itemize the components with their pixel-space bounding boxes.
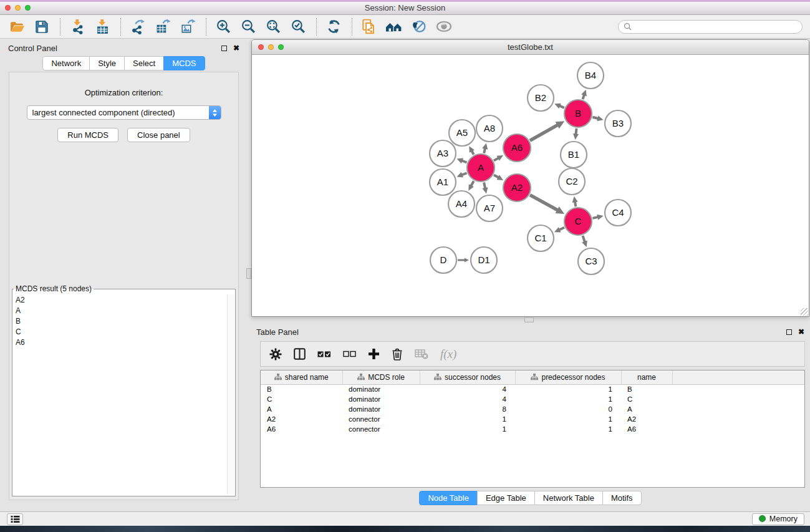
zoom-fit-icon[interactable] (264, 17, 282, 36)
table-settings-icon[interactable] (269, 348, 282, 360)
table-cell[interactable]: 1 (515, 424, 621, 434)
select-all-columns-icon[interactable] (317, 351, 331, 358)
table-cell[interactable]: 1 (515, 414, 621, 424)
zoom-in-icon[interactable] (214, 17, 233, 36)
table-row[interactable]: Cdominator41C (261, 394, 804, 404)
graph-node-C4[interactable]: C4 (605, 200, 631, 226)
memory-button[interactable]: Memory (752, 513, 804, 525)
graph-node-C1[interactable]: C1 (528, 225, 554, 251)
table-cell[interactable]: dominator (342, 394, 420, 404)
delete-columns-icon[interactable] (415, 349, 428, 359)
graph-node-B2[interactable]: B2 (528, 85, 554, 111)
graph-edge-A-A6[interactable] (494, 155, 503, 161)
mcds-result-item[interactable]: A (13, 305, 226, 316)
graph-node-A3[interactable]: A3 (430, 140, 456, 167)
function-builder-icon[interactable]: f(x) (440, 347, 456, 361)
show-panels-list-button[interactable] (7, 513, 23, 525)
table-cell[interactable]: A (621, 404, 672, 414)
graph-edge-C-C3[interactable] (582, 236, 587, 247)
mcds-result-list[interactable]: A2ABCA6 (13, 294, 226, 495)
graph-node-B[interactable]: B (564, 100, 592, 127)
table-tab-network-table[interactable]: Network Table (534, 491, 603, 505)
export-network-icon[interactable] (128, 17, 147, 36)
table-row[interactable]: A6connector11A6 (261, 424, 804, 434)
graph-edge-A-A7[interactable] (482, 183, 488, 194)
tab-style[interactable]: Style (89, 56, 125, 70)
table-cell[interactable]: dominator (342, 404, 420, 414)
graph-edge-B-B3[interactable] (592, 115, 603, 121)
table-cell[interactable]: 1 (515, 394, 621, 404)
table-cell[interactable]: connector (342, 414, 420, 424)
unselect-all-columns-icon[interactable] (343, 351, 356, 357)
tab-mcds[interactable]: MCDS (163, 56, 205, 70)
show-all-icon[interactable] (435, 17, 453, 36)
save-session-icon[interactable] (32, 17, 51, 36)
graph-edge-A-A2[interactable] (494, 175, 503, 180)
search-field[interactable] (618, 20, 803, 34)
table-cell[interactable]: C (621, 394, 672, 404)
result-scrollbar[interactable] (227, 294, 234, 495)
import-table-from-file-icon[interactable] (93, 17, 112, 36)
column-header-name[interactable]: name (621, 370, 672, 384)
table-tab-motifs[interactable]: Motifs (602, 491, 642, 505)
graph-edge-A2-C[interactable] (530, 195, 564, 214)
add-row-icon[interactable] (368, 348, 380, 360)
panel-divider-grip[interactable] (246, 268, 251, 279)
tab-network[interactable]: Network (42, 56, 90, 70)
show-columns-icon[interactable] (294, 348, 306, 360)
export-table-icon[interactable] (153, 17, 172, 36)
table-cell[interactable]: A6 (261, 424, 342, 434)
close-table-panel-icon[interactable]: ✖ (798, 328, 804, 336)
graph-edge-A-A8[interactable] (482, 143, 488, 153)
graph-node-A7[interactable]: A7 (476, 195, 503, 221)
graph-edge-D-D1[interactable] (458, 258, 469, 263)
graph-edge-C-C4[interactable] (592, 215, 603, 220)
network-window-titlebar[interactable]: testGlobe.txt (252, 40, 809, 55)
column-header-predecessor-nodes[interactable]: predecessor nodes (515, 370, 621, 384)
close-panel-icon[interactable]: ✖ (233, 44, 239, 52)
graph-node-A1[interactable]: A1 (430, 169, 456, 195)
optimization-criterion-select[interactable]: largest connected component (directed) (27, 105, 221, 120)
table-cell[interactable]: B (261, 384, 342, 394)
table-cell[interactable]: dominator (342, 384, 420, 394)
delete-rows-icon[interactable] (392, 348, 403, 360)
table-cell[interactable]: 1 (420, 414, 515, 424)
graph-node-B1[interactable]: B1 (561, 142, 587, 168)
window-resize-grip[interactable] (801, 308, 808, 316)
column-header-MCDS-role[interactable]: MCDS role (342, 370, 420, 384)
graph-edge-C-C1[interactable] (554, 227, 564, 232)
table-cell[interactable]: 4 (420, 394, 515, 404)
table-cell[interactable]: 1 (420, 424, 515, 434)
column-header-shared-name[interactable]: shared name (261, 370, 342, 384)
horizontal-divider-grip[interactable] (524, 317, 534, 322)
table-cell[interactable]: B (621, 384, 672, 394)
table-tab-node-table[interactable]: Node Table (419, 491, 478, 505)
graph-node-D[interactable]: D (430, 247, 456, 273)
graph-edge-B-B2[interactable] (554, 104, 564, 109)
table-cell[interactable]: C (261, 394, 342, 404)
graph-node-D1[interactable]: D1 (471, 247, 497, 273)
graph-node-A2[interactable]: A2 (503, 174, 531, 201)
table-cell[interactable]: A2 (621, 414, 672, 424)
graph-edge-A6-B[interactable] (530, 121, 564, 140)
open-session-icon[interactable] (7, 17, 26, 36)
table-row[interactable]: Adominator80A (261, 404, 804, 414)
table-cell[interactable]: connector (342, 424, 420, 434)
graph-node-B4[interactable]: B4 (577, 62, 604, 89)
float-table-panel-icon[interactable] (786, 329, 792, 335)
mcds-result-item[interactable]: B (13, 316, 226, 326)
graph-node-C2[interactable]: C2 (559, 168, 585, 195)
graph-node-A5[interactable]: A5 (449, 120, 475, 146)
hide-selected-icon[interactable] (410, 17, 428, 36)
float-panel-icon[interactable] (221, 46, 227, 51)
graph-edge-A-A5[interactable] (469, 146, 475, 155)
search-input[interactable] (634, 22, 797, 31)
table-row[interactable]: A2connector11A2 (261, 414, 804, 424)
graph-node-A6[interactable]: A6 (503, 134, 531, 162)
table-cell[interactable]: 0 (515, 404, 621, 414)
graph-edge-A-A3[interactable] (457, 158, 467, 164)
table-cell[interactable]: 1 (515, 384, 621, 394)
table-row[interactable]: Bdominator41B (261, 384, 804, 394)
table-cell[interactable]: A2 (261, 414, 342, 424)
tab-select[interactable]: Select (124, 56, 164, 70)
